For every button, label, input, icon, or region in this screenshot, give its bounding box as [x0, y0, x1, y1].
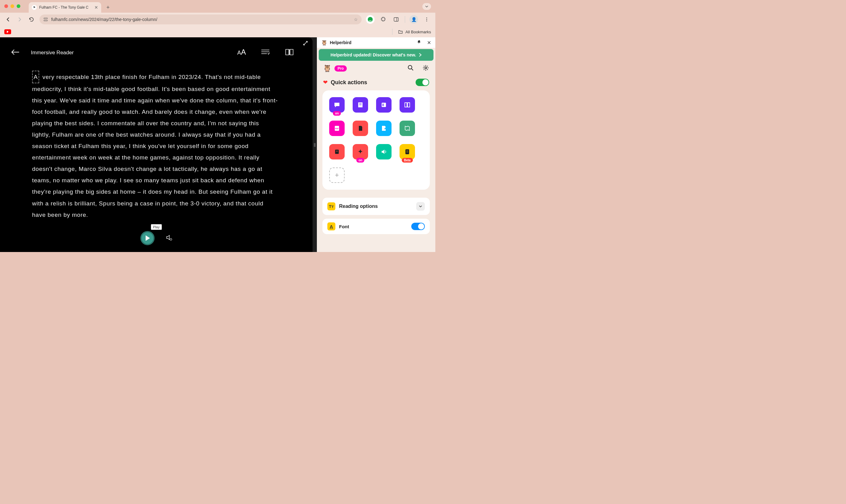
calculator-icon — [403, 148, 411, 156]
chevron-down-icon — [419, 204, 422, 208]
qa-notes-icon[interactable] — [353, 97, 368, 112]
qa-note-line-icon[interactable] — [329, 144, 345, 160]
svg-point-8 — [426, 21, 427, 22]
voice-settings-button[interactable] — [166, 234, 173, 242]
url-bar[interactable]: fulhamfc.com/news/2024/may/22/the-tony-g… — [39, 15, 362, 24]
font-toggle[interactable] — [411, 223, 425, 230]
reader-title: Immersive Reader — [31, 50, 74, 56]
chat-icon — [333, 101, 341, 109]
helperbird-sidebar: 🦉 Helperbird ✕ Helperbird updated! Disco… — [317, 37, 435, 252]
sidebar-toolbar: 🦉 Pro — [317, 62, 435, 75]
extensions-button[interactable] — [379, 15, 388, 24]
svg-line-16 — [412, 69, 413, 70]
svg-point-17 — [425, 67, 427, 69]
svg-rect-0 — [44, 18, 48, 19]
youtube-bookmark-icon[interactable] — [4, 29, 11, 34]
reload-button[interactable] — [28, 16, 35, 23]
edit-icon — [380, 125, 388, 132]
search-button[interactable] — [408, 65, 414, 72]
tabs-dropdown-button[interactable] — [422, 3, 431, 10]
qa-add-button[interactable]: + — [329, 167, 345, 183]
svg-rect-1 — [44, 20, 48, 21]
svg-rect-27 — [406, 149, 409, 154]
pdf-icon: PDF — [333, 125, 341, 132]
bookmarks-bar: All Bookmarks — [0, 26, 435, 37]
settings-button[interactable] — [422, 65, 429, 72]
grammar-options-button[interactable] — [261, 49, 270, 57]
extension-name: Helperbird — [330, 40, 352, 45]
svg-text:A: A — [241, 48, 246, 56]
tab-bar: ⚑ Fulham FC - The Tony Gale C ✕ + — [0, 0, 435, 13]
qa-document-icon[interactable] — [353, 121, 368, 136]
site-settings-icon[interactable] — [43, 17, 48, 22]
svg-text:A: A — [237, 50, 241, 56]
browser-menu-button[interactable] — [422, 15, 431, 24]
article-body: A very respectable 13th place finish for… — [32, 71, 279, 220]
quick-actions-title: Quick actions — [331, 79, 367, 86]
text-size-icon: Tᴛ — [327, 202, 335, 210]
url-text: fulhamfc.com/news/2024/may/22/the-tony-g… — [51, 17, 157, 22]
quick-actions-header: ❤ Quick actions — [317, 75, 435, 90]
play-icon — [145, 235, 150, 241]
close-tab-icon[interactable]: ✕ — [94, 5, 98, 10]
close-window-button[interactable] — [4, 4, 8, 8]
page-content: Immersive Reader AA A very respectable 1… — [0, 37, 435, 252]
immersive-reader: Immersive Reader AA A very respectable 1… — [0, 37, 312, 252]
qa-badge: on — [333, 111, 341, 116]
expand-section-button[interactable] — [416, 202, 425, 211]
sparkle-icon — [357, 148, 364, 156]
text-preferences-button[interactable]: AA — [236, 48, 246, 58]
reading-options-title: Reading options — [339, 203, 378, 209]
reading-options-section[interactable]: Tᴛ Reading options — [322, 198, 430, 215]
maximize-window-button[interactable] — [17, 4, 20, 8]
new-tab-button[interactable]: + — [104, 3, 112, 12]
note-line-icon — [333, 148, 341, 156]
all-bookmarks-button[interactable]: All Bookmarks — [406, 30, 431, 34]
side-panel-button[interactable] — [392, 15, 400, 24]
sidebar-header: 🦉 Helperbird ✕ — [317, 37, 435, 48]
qa-calculator-icon[interactable]: Beta — [399, 144, 415, 160]
play-controls — [140, 231, 173, 245]
svg-point-15 — [408, 66, 412, 69]
reading-preferences-button[interactable] — [285, 48, 294, 57]
font-icon: A — [327, 222, 335, 230]
banner-text: Helperbird updated! Discover what's new. — [330, 52, 416, 57]
map-icon — [403, 125, 411, 132]
qa-reader-icon[interactable] — [376, 97, 392, 112]
svg-rect-22 — [382, 104, 383, 106]
expand-icon[interactable] — [303, 40, 308, 47]
qa-sparkle-icon[interactable]: on — [353, 144, 368, 160]
close-sidebar-button[interactable]: ✕ — [427, 40, 431, 46]
svg-rect-4 — [394, 18, 398, 21]
update-banner[interactable]: Helperbird updated! Discover what's new. — [319, 49, 433, 61]
dropcap: A — [32, 71, 39, 83]
qa-badge: Beta — [402, 158, 413, 163]
folder-icon — [398, 29, 403, 34]
pro-badge: Pro — [335, 66, 347, 72]
minimize-window-button[interactable] — [11, 4, 14, 8]
qa-book-icon[interactable] — [399, 97, 415, 112]
reader-back-button[interactable] — [11, 49, 20, 57]
bookmark-star-icon[interactable]: ☆ — [354, 17, 358, 22]
qa-edit-icon[interactable] — [376, 121, 392, 136]
notes-icon — [357, 101, 364, 109]
browser-toolbar: fulhamfc.com/news/2024/may/22/the-tony-g… — [0, 13, 435, 26]
pin-button[interactable] — [417, 40, 421, 46]
reader-tools: AA — [236, 48, 294, 58]
play-button[interactable] — [140, 231, 155, 245]
qa-speaker-icon[interactable] — [376, 144, 392, 160]
profile-avatar[interactable]: 👤 — [410, 15, 418, 24]
browser-tab[interactable]: ⚑ Fulham FC - The Tony Gale C ✕ — [29, 2, 101, 13]
qa-chat-icon[interactable]: on — [329, 97, 345, 112]
back-button[interactable] — [4, 16, 12, 23]
quick-actions-toggle[interactable] — [416, 79, 429, 86]
helperbird-extension-button[interactable]: on — [366, 15, 375, 24]
chevron-right-icon — [419, 53, 422, 57]
qa-map-icon[interactable] — [399, 121, 415, 136]
panel-resize-handle[interactable]: || — [312, 37, 317, 252]
forward-button[interactable] — [16, 16, 23, 23]
speaker-icon — [380, 148, 388, 156]
svg-rect-25 — [335, 149, 339, 154]
qa-pdf-icon[interactable]: PDF — [329, 121, 345, 136]
heart-icon: ❤ — [323, 79, 328, 86]
